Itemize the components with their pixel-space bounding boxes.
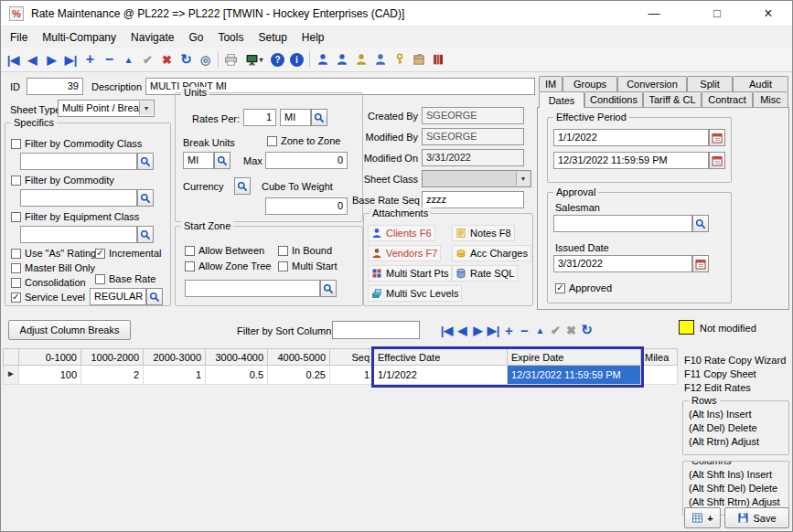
minimize-button[interactable]: — [638, 1, 670, 26]
tab-conversion[interactable]: Conversion [617, 76, 687, 91]
grid-header-expire-date[interactable]: Expire Date [508, 348, 641, 366]
issued-date-field[interactable]: 3/31/2022 [553, 255, 692, 272]
notes-button[interactable]: Notes F8 [452, 225, 515, 241]
use-as-rating-checkbox[interactable]: Use "As" Rating [11, 248, 96, 259]
start-zone-field[interactable] [185, 280, 320, 297]
grid-header-effective-date[interactable]: Effective Date [374, 348, 508, 366]
sheet-class-select[interactable]: ▾ [422, 170, 531, 187]
rates-per-unit-lookup-button[interactable] [311, 109, 327, 126]
maximize-button[interactable]: □ [701, 1, 734, 26]
user-tools-button[interactable] [370, 49, 390, 69]
salesman-field[interactable] [553, 215, 692, 232]
break-units-lookup-button[interactable] [214, 152, 230, 169]
tab-contract[interactable]: Contract [702, 91, 753, 107]
next-record-button[interactable]: ▶ [42, 49, 61, 69]
f12-edit-rates[interactable]: F12 Edit Rates [684, 382, 751, 393]
adjust-column-breaks-button[interactable]: Adjust Column Breaks [8, 320, 131, 340]
grid-last-button[interactable]: ▶| [486, 320, 501, 340]
grid-cell-effective-date[interactable]: 1/1/2022 [374, 366, 508, 385]
terminal-dropdown-button[interactable]: ▾ [241, 49, 268, 69]
books-button[interactable] [428, 49, 447, 69]
add-record-button[interactable]: + [80, 49, 100, 69]
f11-copy-sheet[interactable]: F11 Copy Sheet [684, 368, 756, 379]
first-record-button[interactable]: |◀ [4, 49, 23, 69]
grid-refresh-button[interactable]: ↻ [579, 320, 595, 340]
client-user-button[interactable] [313, 49, 332, 69]
menu-tools[interactable]: Tools [210, 28, 251, 47]
refresh-button[interactable]: ↻ [177, 49, 196, 69]
acc-charges-button[interactable]: Acc Charges [452, 245, 531, 261]
rows-insert-shortcut[interactable]: (Alt Ins) Insert [689, 409, 751, 420]
grid-up-button[interactable]: ▲ [532, 320, 548, 340]
grid-cell-mileage[interactable] [641, 366, 678, 385]
multi-start-checkbox[interactable]: Multi Start [278, 261, 338, 271]
in-bound-checkbox[interactable]: In Bound [278, 245, 332, 256]
move-up-button[interactable]: ▲ [119, 49, 138, 69]
rate-sql-button[interactable]: Rate SQL [452, 265, 518, 282]
view-links-button[interactable]: ◎ [196, 49, 215, 69]
grid-cell-expire-date-selected[interactable]: 12/31/2022 11:59:59 PM [508, 366, 641, 385]
multi-start-pts-button[interactable]: Multi Start Pts [368, 265, 452, 282]
commodity-lookup-button[interactable] [137, 189, 154, 207]
filter-by-sort-column-input[interactable] [332, 321, 420, 339]
menu-multi-company[interactable]: Multi-Company [35, 28, 123, 47]
effective-end-calendar-button[interactable] [709, 152, 725, 169]
effective-start-field[interactable]: 1/1/2022 [553, 129, 709, 146]
cube-to-weight-field[interactable]: 0 [265, 197, 348, 215]
new-sheet-button[interactable]: + [684, 507, 721, 528]
equipment-class-field[interactable] [20, 226, 137, 243]
confirm-button[interactable]: ✔ [138, 49, 157, 69]
menu-setup[interactable]: Setup [251, 28, 294, 47]
grid-confirm-button[interactable]: ✔ [548, 320, 563, 340]
save-button[interactable]: Save [724, 507, 789, 528]
approved-checkbox[interactable]: ✓Approved [555, 282, 612, 293]
sheet-type-select[interactable]: Multi Point / Break ▾ [58, 100, 155, 117]
grid-header-4000-5000[interactable]: 4000-5000 [268, 348, 330, 366]
grid-prev-button[interactable]: ◀ [455, 320, 470, 340]
clients-button[interactable]: Clients F6 [368, 225, 435, 241]
grid-cell-4000-5000[interactable]: 0.25 [268, 366, 330, 385]
grid-delete-button[interactable]: − [517, 320, 532, 340]
currency-lookup-button[interactable] [234, 177, 251, 195]
grid-header-3000-4000[interactable]: 3000-4000 [206, 348, 268, 366]
effective-start-calendar-button[interactable] [709, 129, 725, 146]
info-button[interactable]: i [287, 49, 306, 69]
grid-next-button[interactable]: ▶ [470, 320, 486, 340]
grid-cancel-button[interactable]: ✖ [563, 320, 579, 340]
delete-record-button[interactable]: − [100, 49, 119, 69]
rates-per-unit-field[interactable]: MI [280, 109, 311, 126]
columns-insert-shortcut[interactable]: (Alt Shft Ins) Insert [689, 469, 772, 480]
id-field[interactable]: 39 [27, 78, 83, 95]
tab-dates[interactable]: Dates [539, 91, 584, 108]
issued-date-calendar-button[interactable] [692, 255, 709, 272]
grid-header-mileage[interactable]: Milea [641, 348, 678, 366]
equipment-class-lookup-button[interactable] [137, 226, 154, 243]
break-units-field[interactable]: MI [183, 152, 214, 169]
menu-navigate[interactable]: Navigate [123, 28, 181, 47]
consolidation-checkbox[interactable]: Consolidation [11, 277, 86, 288]
start-zone-lookup-button[interactable] [320, 280, 337, 297]
tab-split[interactable]: Split [687, 76, 733, 91]
grid-header-seq[interactable]: Seq [330, 348, 374, 366]
service-level-lookup-button[interactable] [146, 288, 163, 305]
user-button[interactable] [332, 49, 351, 69]
filter-commodity-class-checkbox[interactable]: Filter by Commodity Class [11, 138, 142, 149]
base-rate-seq-field[interactable]: zzzz [422, 191, 524, 208]
multi-svc-levels-button[interactable]: Multi Svc Levels [368, 285, 462, 302]
f10-rate-copy-wizard[interactable]: F10 Rate Copy Wizard [684, 355, 786, 366]
vendors-button[interactable]: Vendors F7 [368, 245, 441, 261]
grid-cell-2000-3000[interactable]: 1 [144, 366, 206, 385]
cancel-button[interactable]: ✖ [157, 49, 177, 69]
grid-header-1000-2000[interactable]: 1000-2000 [81, 348, 144, 366]
tab-conditions[interactable]: Conditions [584, 91, 643, 107]
commodity-class-field[interactable] [20, 153, 137, 170]
allow-between-checkbox[interactable]: Allow Between [185, 245, 264, 256]
allow-zone-tree-checkbox[interactable]: Allow Zone Tree [185, 261, 271, 271]
effective-end-field[interactable]: 12/31/2022 11:59:59 PM [553, 152, 709, 169]
max-field[interactable]: 0 [265, 152, 348, 169]
incremental-checkbox[interactable]: ✓Incremental [95, 248, 161, 259]
grid-cell-0-1000[interactable]: 100 [19, 366, 81, 385]
rates-per-field[interactable]: 1 [243, 109, 276, 126]
close-button[interactable]: × [752, 1, 785, 26]
last-record-button[interactable]: ▶| [61, 49, 80, 69]
